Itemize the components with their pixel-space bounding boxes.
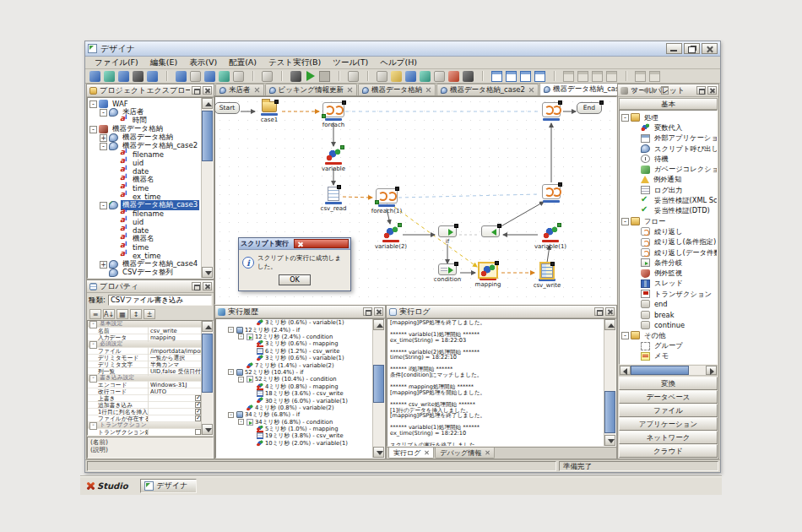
expander-icon[interactable] (100, 261, 107, 269)
toolbar-button[interactable] (518, 69, 533, 83)
palette-item[interactable]: 繰り返し(条件指定) (621, 237, 715, 247)
palette-item[interactable]: その他 (621, 330, 715, 340)
expander-icon[interactable] (248, 398, 254, 404)
palette-category-button[interactable]: データベース (619, 390, 718, 404)
checkbox-icon[interactable] (195, 395, 201, 401)
toolbar-button[interactable] (317, 69, 332, 83)
scroll-up-icon[interactable] (373, 319, 384, 330)
toolbar-button[interactable] (102, 69, 117, 83)
expander-icon[interactable] (631, 166, 639, 173)
node-variable2[interactable]: variable(2) (372, 225, 409, 250)
palette-item[interactable]: 例外通知 (621, 175, 715, 185)
toolbar-button[interactable] (260, 69, 274, 83)
scroll-down-icon[interactable] (202, 267, 213, 278)
checkbox-icon[interactable] (195, 402, 201, 408)
expander-icon[interactable] (110, 185, 117, 193)
checkbox-icon[interactable] (195, 429, 201, 435)
menu-item[interactable]: ツール(T) (327, 57, 374, 68)
scroll-thumb[interactable] (604, 391, 615, 433)
toolbar-button[interactable] (461, 69, 475, 83)
expander-icon[interactable] (631, 207, 639, 214)
expander-icon[interactable] (631, 238, 639, 246)
script-canvas[interactable]: スクリプト実行 i スクリプトの実行に成功しました。 OK Startcase1… (214, 96, 617, 305)
palette-item[interactable]: 処理 (621, 112, 715, 122)
expander-icon[interactable] (248, 383, 254, 389)
tabs-scroll-right-icon[interactable] (652, 86, 658, 93)
float-panel-icon[interactable] (696, 86, 706, 95)
tree-item[interactable]: CSVデータ整列 (89, 269, 199, 277)
expander-icon[interactable] (631, 311, 639, 318)
toolbar-button[interactable] (504, 69, 518, 83)
close-panel-icon[interactable] (605, 307, 615, 316)
node-csv_read[interactable]: csv_read (315, 187, 352, 212)
expander-icon[interactable] (248, 426, 254, 432)
tab-close-icon[interactable] (528, 87, 534, 93)
node-mapping[interactable]: mapping (469, 263, 507, 288)
expander-icon[interactable] (238, 377, 244, 383)
expander-icon[interactable] (631, 269, 639, 277)
toolbar-button[interactable] (231, 69, 246, 83)
toolbar-button[interactable] (389, 69, 404, 83)
tab-close-icon[interactable] (425, 87, 431, 93)
ok-button[interactable]: OK (279, 274, 311, 285)
toolbar-button[interactable] (375, 69, 389, 83)
tab-close-icon[interactable] (424, 450, 429, 455)
node-case1[interactable]: case1 (251, 101, 288, 123)
toolbar-button[interactable] (432, 69, 447, 83)
expander-icon[interactable] (228, 369, 234, 375)
palette-item[interactable]: end (621, 299, 715, 309)
toolbar-button[interactable] (619, 69, 633, 83)
toolbar-button[interactable] (274, 69, 289, 83)
expander-icon[interactable] (228, 412, 234, 418)
title-bar[interactable]: デザイナ (85, 41, 720, 57)
node-loopend1[interactable] (533, 184, 570, 203)
expander-icon[interactable] (631, 280, 639, 287)
scroll-up-icon[interactable] (202, 321, 213, 332)
expander-icon[interactable] (238, 362, 244, 368)
close-panel-icon[interactable] (203, 86, 212, 95)
palette-item[interactable]: 例外監視 (621, 268, 715, 278)
expander-icon[interactable] (110, 227, 117, 235)
tree-item[interactable]: 機器データ格納_case3 (89, 201, 199, 209)
categorized-icon[interactable]: ≡ (89, 309, 101, 319)
expander-icon[interactable] (631, 342, 639, 350)
explorer-scrollbar[interactable] (201, 98, 213, 278)
expander-icon[interactable] (621, 218, 629, 225)
script-run-dialog[interactable]: スクリプト実行 i スクリプトの実行に成功しました。 OK (238, 237, 351, 291)
tab-close-icon[interactable] (485, 450, 490, 455)
taskbar-window-button[interactable]: デザイナ (140, 479, 198, 493)
toolbar-button[interactable] (561, 69, 576, 83)
palette-item[interactable]: 条件分岐 (621, 258, 715, 268)
palette-item[interactable]: 待機 (621, 154, 715, 164)
palette-item[interactable]: ガベージコレクション (621, 164, 715, 174)
toolbar-button[interactable] (246, 69, 260, 83)
expander-icon[interactable] (631, 197, 639, 204)
tree-item[interactable]: 機器名 (89, 176, 199, 184)
minimize-button[interactable] (666, 43, 682, 54)
toolbar-button[interactable] (547, 69, 561, 83)
expander-icon[interactable] (110, 168, 117, 176)
expander-icon[interactable] (631, 145, 639, 153)
expander-icon[interactable] (631, 290, 639, 298)
toolbar-button[interactable] (188, 69, 203, 83)
toolbar-button[interactable] (289, 69, 303, 83)
node-ifend[interactable] (472, 225, 509, 237)
tree-item[interactable]: uid (89, 218, 199, 226)
expander-icon[interactable] (89, 126, 97, 133)
palette-item[interactable]: スクリプト呼び出し (621, 144, 715, 154)
palette-item[interactable]: スレッド (621, 279, 715, 289)
palette-item[interactable]: 妥当性検証(DTD) (621, 206, 715, 216)
toolbar-button[interactable] (447, 69, 461, 83)
tree-item[interactable]: 機器名 (89, 235, 199, 243)
sort-alpha-icon[interactable]: A↓ (103, 309, 115, 319)
toolbar-button[interactable] (633, 69, 648, 83)
expander-icon[interactable] (631, 249, 639, 257)
expander-icon[interactable] (631, 228, 639, 236)
expander-icon[interactable] (100, 269, 107, 277)
expander-icon[interactable] (631, 352, 639, 360)
palette-category-button[interactable]: クラウド (619, 444, 718, 458)
editor-tab[interactable]: 来店者 (215, 84, 264, 95)
palette-item[interactable]: ログ出力 (621, 185, 715, 195)
expander-icon[interactable] (631, 124, 639, 132)
tree-item[interactable]: uid (89, 159, 199, 167)
